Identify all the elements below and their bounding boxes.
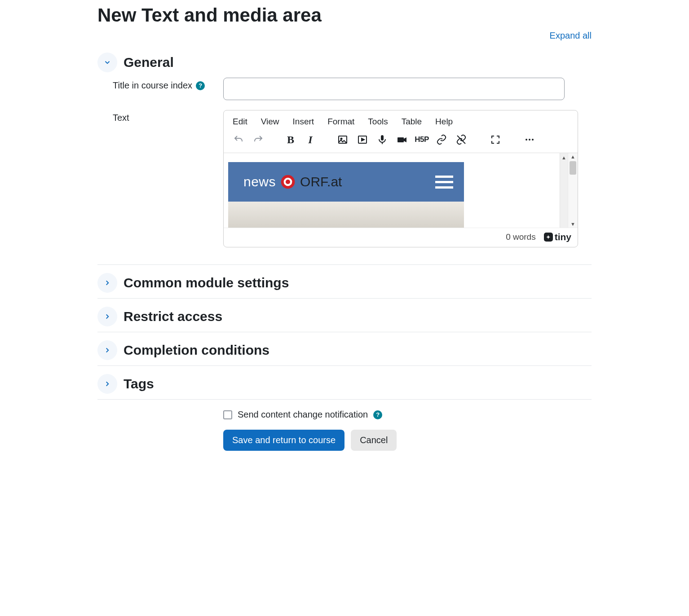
section-title-general: General: [124, 55, 174, 70]
menu-format[interactable]: Format: [327, 117, 354, 127]
unlink-icon[interactable]: [455, 133, 468, 146]
page-title: New Text and media area: [97, 4, 592, 26]
menu-help[interactable]: Help: [435, 117, 453, 127]
section-toggle-tags[interactable]: Tags: [97, 366, 592, 399]
link-icon[interactable]: [435, 133, 448, 146]
embedded-site-name: ORF.at: [300, 174, 342, 189]
svg-point-14: [286, 180, 290, 184]
save-button[interactable]: Save and return to course: [223, 430, 344, 451]
notify-checkbox[interactable]: [223, 410, 232, 419]
hamburger-icon[interactable]: [435, 176, 453, 189]
svg-rect-4: [381, 135, 384, 141]
svg-point-1: [341, 138, 342, 140]
help-icon[interactable]: ?: [373, 410, 382, 419]
svg-point-9: [526, 139, 527, 141]
notify-label: Send content change notification: [238, 409, 368, 420]
section-title-completion: Completion conditions: [124, 343, 269, 358]
image-icon[interactable]: [336, 133, 349, 146]
embedded-news-label: news: [243, 174, 276, 189]
svg-marker-7: [404, 137, 406, 142]
chevron-right-icon: [97, 273, 117, 293]
section-title-tags: Tags: [124, 376, 154, 392]
help-icon[interactable]: ?: [196, 81, 205, 90]
editor-content-area[interactable]: news ORF.at: [224, 153, 560, 228]
tiny-logo[interactable]: ✦ tiny: [544, 232, 571, 242]
chevron-right-icon: [97, 307, 117, 326]
section-toggle-restrict-access[interactable]: Restrict access: [97, 299, 592, 332]
chevron-right-icon: [97, 374, 117, 394]
camera-icon[interactable]: [395, 133, 409, 146]
section-title-common-module: Common module settings: [124, 275, 289, 290]
inner-scrollbar[interactable]: ▲: [560, 153, 568, 228]
editor-menubar: Edit View Insert Format Tools Table Help: [224, 110, 578, 131]
menu-table[interactable]: Table: [402, 117, 422, 127]
embedded-content-preview: [228, 202, 464, 228]
microphone-icon[interactable]: [375, 133, 389, 146]
svg-rect-6: [398, 137, 404, 142]
bullseye-icon: [280, 174, 296, 189]
section-toggle-common-module[interactable]: Common module settings: [97, 265, 592, 298]
chevron-right-icon: [97, 340, 117, 360]
video-icon[interactable]: [356, 133, 369, 146]
title-input[interactable]: [223, 78, 565, 100]
label-title-in-index: Title in course index: [113, 80, 192, 91]
rich-text-editor: Edit View Insert Format Tools Table Help: [223, 110, 578, 247]
menu-view[interactable]: View: [261, 117, 279, 127]
svg-marker-3: [362, 138, 364, 141]
section-toggle-general[interactable]: General: [97, 44, 592, 78]
cancel-button[interactable]: Cancel: [351, 430, 397, 451]
menu-insert[interactable]: Insert: [293, 117, 314, 127]
editor-scrollbar[interactable]: ▲ ▼: [568, 153, 578, 228]
word-count: 0 words: [506, 232, 536, 242]
more-icon[interactable]: [523, 133, 536, 146]
section-toggle-completion[interactable]: Completion conditions: [97, 332, 592, 365]
expand-all-link[interactable]: Expand all: [550, 31, 592, 40]
svg-point-10: [529, 139, 530, 141]
chevron-down-icon: [97, 53, 117, 72]
italic-icon[interactable]: I: [304, 133, 317, 146]
fullscreen-icon[interactable]: [489, 133, 502, 146]
redo-icon[interactable]: [252, 133, 265, 146]
editor-toolbar: B I: [224, 131, 578, 153]
undo-icon[interactable]: [232, 133, 245, 146]
menu-tools[interactable]: Tools: [368, 117, 388, 127]
menu-edit[interactable]: Edit: [233, 117, 247, 127]
svg-point-11: [532, 139, 534, 141]
embedded-site-header: news ORF.at: [228, 162, 464, 202]
h5p-icon[interactable]: H5P: [415, 133, 428, 146]
bold-icon[interactable]: B: [284, 133, 297, 146]
label-text: Text: [113, 113, 129, 123]
section-title-restrict-access: Restrict access: [124, 309, 222, 324]
